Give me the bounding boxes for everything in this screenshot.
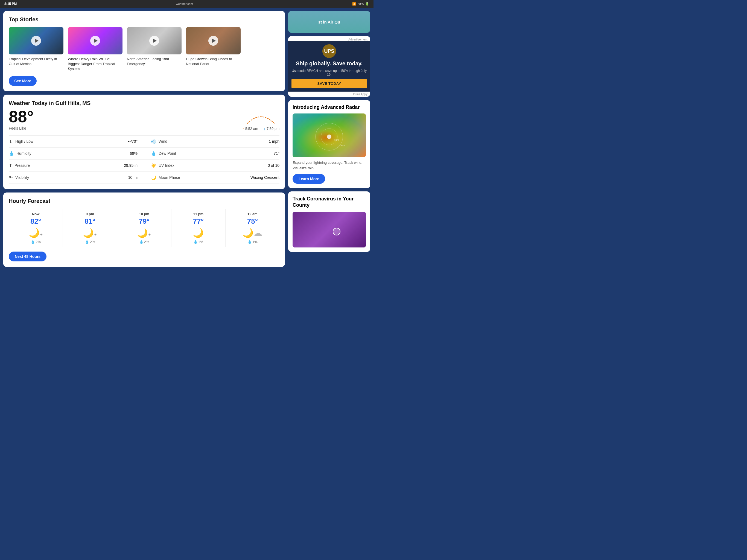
dew-point-value: 71° (274, 151, 279, 156)
visibility-label: 👁 Visibility (9, 175, 29, 180)
hourly-item-12am: 12 am 75° 🌙☁ 💧1% (226, 209, 279, 247)
save-today-button[interactable]: SAVE TODAY (291, 79, 367, 88)
hour-temp-10pm: 79° (138, 217, 149, 226)
precip-now: 💧2% (31, 240, 41, 244)
pressure-label: ⬆ Pressure (9, 163, 30, 168)
hour-label-10pm: 10 pm (139, 212, 149, 216)
radar-image: 10mi 30mi (292, 113, 366, 157)
top-stories-card: Top Stories Tropical Development Likely … (3, 11, 285, 91)
temp-sunrise-row: 88° Feels Like ↑ 5:52 am ↓ 7:59 (9, 108, 279, 131)
main-layout: Top Stories Tropical Development Likely … (0, 8, 374, 270)
covid-title: Track Coronavirus in Your County (292, 196, 366, 209)
dewpoint-icon: 💧 (151, 151, 156, 156)
hourly-item-10pm: 10 pm 79° 🌙✦ 💧2% (117, 209, 171, 247)
hour-label-11pm: 11 pm (193, 212, 203, 216)
precip-dot-icon: 💧 (85, 240, 89, 244)
play-button-1[interactable] (31, 36, 41, 46)
hour-temp-now: 82° (30, 217, 41, 226)
play-button-4[interactable] (208, 36, 218, 46)
moon-weather-icon-11pm: 🌙 (193, 228, 204, 238)
sun-arc-svg (244, 108, 277, 125)
play-button-2[interactable] (90, 36, 100, 46)
moon-phase-label: 🌙 Moon Phase (151, 175, 180, 180)
weather-today-card: Weather Today in Gulf Hills, MS 88° Feel… (3, 95, 285, 189)
radar-svg: 10mi 30mi (292, 113, 366, 157)
hour-temp-12am: 75° (247, 217, 258, 226)
sun-arc-section: ↑ 5:52 am ↓ 7:59 pm (242, 108, 279, 131)
sunrise-time: 5:52 am (245, 127, 258, 131)
ups-ad-card: Advertisement UPS Ship globally. Save to… (288, 36, 370, 97)
next-48-hours-button[interactable]: Next 48 Hours (9, 252, 47, 261)
play-button-3[interactable] (149, 36, 159, 46)
story-item-2[interactable]: Where Heavy Rain Will Be Biggest Danger … (68, 27, 123, 72)
hour-temp-9pm: 81° (84, 217, 95, 226)
advanced-radar-card: Introducing Advanced Radar 10mi 30mi Exp… (288, 100, 370, 188)
humidity-icon: 💧 (9, 151, 14, 156)
top-stories-title: Top Stories (9, 17, 279, 23)
story-text-3: North America Facing 'Bird Emergency' (127, 57, 182, 67)
svg-point-2 (327, 134, 331, 139)
radar-description: Expand your lightning coverage. Track wi… (292, 160, 366, 171)
wind-label: 💨 Wind (151, 139, 168, 144)
dew-point-row: 💧 Dew Point 71° (144, 148, 279, 160)
story-item-3[interactable]: North America Facing 'Bird Emergency' (127, 27, 182, 72)
moon-icon: 🌙 (151, 175, 156, 180)
left-column: Top Stories Tropical Development Likely … (3, 11, 285, 267)
battery-icon: 🔋 (365, 2, 369, 6)
uv-index-row: ☀️ UV Index 0 of 10 (144, 160, 279, 172)
covid-map (292, 212, 366, 248)
humidity-label: 💧 Humidity (9, 151, 31, 156)
story-item-1[interactable]: Tropical Development Likely in Gulf of M… (9, 27, 63, 72)
learn-more-button[interactable]: Learn More (292, 174, 325, 184)
story-text-4: Huge Crowds Bring Chaos to National Park… (186, 57, 241, 67)
story-thumb-4[interactable] (186, 27, 241, 54)
ad-header: Advertisement (288, 36, 370, 41)
sunset-time: 7:59 pm (266, 127, 279, 131)
sunrise-item: ↑ 5:52 am (242, 127, 258, 131)
moon-phase-row: 🌙 Moon Phase Waxing Crescent (144, 172, 279, 184)
stories-grid: Tropical Development Likely in Gulf of M… (9, 27, 279, 72)
story-thumb-3[interactable] (127, 27, 182, 54)
ups-headline: Ship globally. Save today. (296, 60, 363, 67)
uv-index-value: 0 of 10 (268, 163, 279, 168)
wind-value: 1 mph (269, 139, 279, 144)
status-time: 8:15 PM (4, 2, 17, 6)
see-more-button[interactable]: See More (9, 76, 36, 86)
terms-text: Terms Apply (288, 92, 370, 97)
hourly-item-9pm: 9 pm 81° 🌙✦ 💧2% (63, 209, 117, 247)
moon-weather-icon-12am: 🌙☁ (242, 228, 262, 238)
precip-9pm: 💧2% (85, 240, 95, 244)
hourly-grid: Now 82° 🌙✦ 💧2% 9 pm 81° 🌙✦ 💧2% (9, 209, 279, 247)
hourly-forecast-title: Hourly Forecast (9, 198, 279, 204)
pressure-row: ⬆ Pressure 29.95 in (9, 160, 144, 172)
weather-details-grid: 🌡 High / Low --/70° 💨 Wind 1 mph 💧 Hu (9, 135, 279, 184)
uv-icon: ☀️ (151, 163, 156, 168)
moon-weather-icon-9pm: 🌙✦ (83, 228, 97, 238)
play-triangle-icon (94, 39, 98, 43)
weather-today-title: Weather Today in Gulf Hills, MS (9, 100, 279, 106)
status-right: 📶 68% 🔋 (352, 2, 369, 6)
ad-content: UPS Ship globally. Save today. Use code … (288, 41, 370, 92)
moon-weather-icon-now: 🌙✦ (29, 228, 43, 238)
temperature-display: 88° (9, 108, 34, 125)
hourly-forecast-card: Hourly Forecast Now 82° 🌙✦ 💧2% 9 pm 81° … (3, 193, 285, 267)
humidity-row: 💧 Humidity 69% (9, 148, 144, 160)
story-thumb-2[interactable] (68, 27, 123, 54)
covid-map-overlay (292, 212, 366, 248)
story-thumb-1[interactable] (9, 27, 63, 54)
precip-dot-icon: 💧 (248, 240, 252, 244)
precip-10pm: 💧2% (139, 240, 149, 244)
air-quality-card: st in Air Qu (288, 11, 370, 33)
play-triangle-icon (153, 39, 157, 43)
story-item-4[interactable]: Huge Crowds Bring Chaos to National Park… (186, 27, 241, 72)
feels-like-label: Feels Like (9, 126, 34, 130)
precip-12am: 💧1% (248, 240, 258, 244)
precip-dot-icon: 💧 (193, 240, 198, 244)
temperature-section: 88° Feels Like (9, 108, 34, 130)
radar-title: Introducing Advanced Radar (292, 104, 366, 110)
sunrise-arrow-icon: ↑ (242, 127, 244, 131)
hourly-item-now: Now 82° 🌙✦ 💧2% (9, 209, 63, 247)
battery-level: 68% (358, 2, 364, 5)
story-text-2: Where Heavy Rain Will Be Biggest Danger … (68, 57, 123, 72)
dew-point-label: 💧 Dew Point (151, 151, 176, 156)
